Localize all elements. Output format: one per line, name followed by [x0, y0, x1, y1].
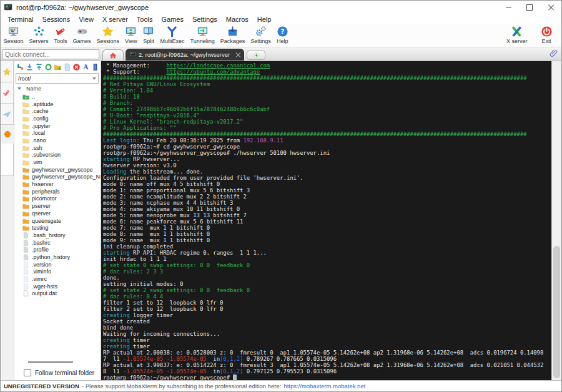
- sftp-transfer-button[interactable]: [16, 63, 24, 72]
- upload-button[interactable]: [34, 63, 43, 72]
- exit-label: Exit: [541, 38, 551, 44]
- file-row[interactable]: testing: [22, 224, 101, 232]
- file-name: .wget-hsts: [32, 283, 57, 290]
- minimize-button[interactable]: [498, 1, 519, 14]
- tools-button[interactable]: Tools: [51, 26, 70, 44]
- file-row[interactable]: .cache: [22, 107, 101, 115]
- file-row[interactable]: .jupyter: [22, 122, 101, 130]
- new-folder-button[interactable]: [53, 63, 62, 72]
- file-row[interactable]: gwyhwserver_gwyscope_NPL...: [22, 174, 101, 181]
- help-button[interactable]: ?Help: [274, 26, 291, 44]
- file-row[interactable]: .nano: [22, 137, 101, 144]
- file-row[interactable]: ..: [22, 93, 101, 100]
- sidebar-tab-macros[interactable]: [1, 104, 14, 125]
- title-bar: root@rp-f0962a: ~/gwyhwserver_gwyscope: [1, 1, 561, 14]
- download-button[interactable]: [25, 63, 34, 72]
- file-pale-icon: [22, 276, 29, 282]
- file-name: peripherals: [32, 189, 60, 195]
- file-row[interactable]: pserver: [22, 202, 101, 210]
- rename-button[interactable]: A: [81, 63, 90, 72]
- file-row[interactable]: .version: [22, 261, 101, 268]
- terminal-scrollbar[interactable]: [551, 61, 561, 380]
- servers-button[interactable]: Servers: [26, 26, 51, 44]
- file-row[interactable]: .vimrc: [22, 275, 101, 283]
- file-row[interactable]: .bash_history: [22, 232, 101, 239]
- close-button[interactable]: [540, 1, 561, 14]
- menu-help[interactable]: Help: [253, 16, 276, 23]
- file-row[interactable]: .python_history: [22, 253, 101, 261]
- home-tab[interactable]: [102, 49, 124, 61]
- file-list[interactable]: ...aptitude.cache.config.jupyter.local.n…: [14, 93, 101, 361]
- file-row[interactable]: .bashrc: [22, 239, 101, 247]
- sessions-button[interactable]: Sessions: [94, 26, 122, 44]
- sidebar-tab-sftp[interactable]: [1, 125, 14, 144]
- terminal-cursor: [233, 375, 236, 380]
- attach-button[interactable]: [550, 49, 558, 60]
- path-dropdown[interactable]: /root/: [16, 73, 99, 84]
- file-row[interactable]: output.dat: [22, 290, 101, 298]
- xserver-button[interactable]: X server: [503, 26, 530, 44]
- file-row[interactable]: queensgate: [22, 217, 101, 225]
- file-row[interactable]: .local: [22, 129, 101, 137]
- file-pale-icon: [22, 262, 29, 268]
- file-row[interactable]: picomotor: [22, 195, 101, 203]
- terminal[interactable]: * Management: https://landscape.canonica…: [101, 61, 551, 380]
- folder-pale-icon: [22, 108, 29, 114]
- menu-tools[interactable]: Tools: [132, 16, 157, 23]
- mobatek-link[interactable]: https://mobaxterm.mobatek.net: [283, 383, 365, 390]
- tab-close-icon[interactable]: [235, 52, 240, 57]
- file-list-hscrollbar[interactable]: [22, 361, 93, 364]
- terminal-line: # dac rules: 2 3 3: [103, 268, 551, 275]
- file-row[interactable]: .profile: [22, 246, 101, 253]
- refresh-button[interactable]: [44, 63, 52, 72]
- menu-terminal[interactable]: Terminal: [3, 16, 38, 23]
- file-row[interactable]: gwyhwserver_gwyscope: [22, 166, 101, 174]
- file-row[interactable]: qserver: [22, 210, 101, 217]
- file-name: .nano: [32, 137, 46, 144]
- maximize-button[interactable]: [519, 1, 540, 14]
- file-row[interactable]: .config: [22, 115, 101, 122]
- menu-macros[interactable]: Macros: [222, 16, 253, 23]
- delete-button[interactable]: [72, 63, 81, 72]
- menu-view[interactable]: View: [74, 16, 98, 23]
- file-row[interactable]: .viminfo: [22, 268, 101, 276]
- split-button[interactable]: Split: [140, 26, 157, 44]
- games-button[interactable]: Games: [70, 26, 94, 44]
- packages-button[interactable]: Packages: [217, 26, 248, 44]
- settings-button[interactable]: Settings: [248, 26, 274, 44]
- session-button[interactable]: Session: [1, 26, 26, 44]
- file-name: testing: [32, 225, 49, 231]
- quick-connect-input[interactable]: [2, 49, 99, 59]
- file-row[interactable]: peripherals: [22, 188, 101, 195]
- unregistered-version-label: UNREGISTERED VERSION: [4, 383, 79, 390]
- multiexec-button[interactable]: MultiExec: [157, 26, 187, 44]
- new-tab-button[interactable]: [247, 51, 265, 60]
- terminal-tab[interactable]: 2. root@rp-f0962a: ~/gwyhwserver: [126, 49, 244, 61]
- file-row[interactable]: .subversion: [22, 152, 101, 159]
- terminal-line: mode 9: name mux 1 1 bitshift 0: [103, 237, 551, 243]
- terminal-scrollbar-thumb[interactable]: [553, 246, 560, 378]
- menu-settings[interactable]: Settings: [188, 16, 222, 23]
- menu-sessions[interactable]: Sessions: [38, 16, 75, 23]
- file-row[interactable]: .ssh: [22, 144, 101, 152]
- sidebar-tab-sessions[interactable]: [1, 61, 14, 82]
- menu-games[interactable]: Games: [157, 16, 188, 23]
- file-row[interactable]: .vim: [22, 159, 101, 166]
- new-file-button[interactable]: [62, 63, 71, 72]
- show-hidden-toggle-button[interactable]: [91, 63, 99, 72]
- file-name: .python_history: [32, 254, 70, 260]
- hscrollbar-thumb[interactable]: [28, 361, 73, 363]
- menu-x-server[interactable]: X server: [98, 16, 132, 23]
- view-button[interactable]: View: [122, 26, 140, 44]
- tunneling-button[interactable]: Tunneling: [187, 26, 217, 44]
- refresh-icon: [44, 63, 52, 71]
- exit-button[interactable]: Exit: [538, 26, 555, 44]
- file-row[interactable]: .aptitude: [22, 100, 101, 108]
- file-list-header[interactable]: Name: [14, 84, 101, 93]
- file-row[interactable]: hsserver: [22, 180, 101, 188]
- packages-label: Packages: [220, 38, 245, 44]
- sidebar-tab-tools[interactable]: [1, 82, 14, 104]
- file-row[interactable]: .wget-hsts: [22, 283, 101, 290]
- folder-icon: [22, 181, 29, 187]
- follow-terminal-folder-checkbox[interactable]: [24, 369, 31, 376]
